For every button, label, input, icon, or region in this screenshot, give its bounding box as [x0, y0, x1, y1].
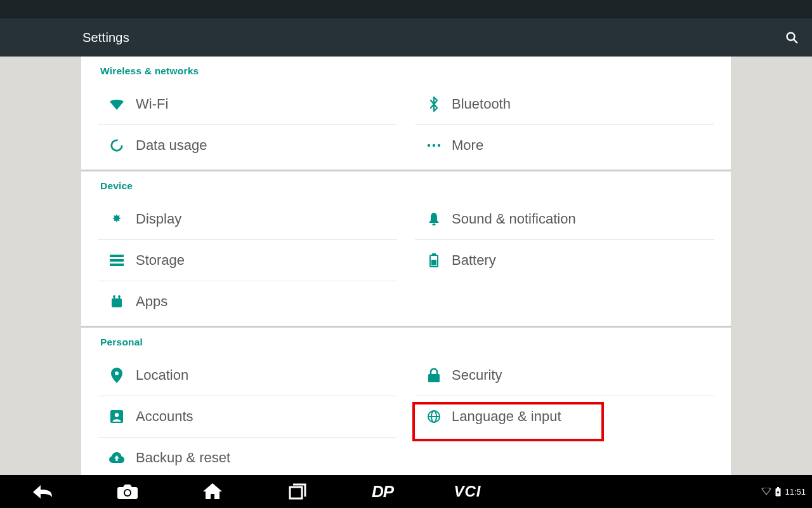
vci-logo: VCI [454, 483, 481, 500]
svg-line-1 [794, 39, 797, 43]
section-header: Wireless & networks [81, 57, 731, 83]
system-status-bar [0, 0, 812, 18]
settings-item-security[interactable]: Security [415, 354, 714, 396]
location-icon [98, 368, 136, 383]
dp-logo: DP [372, 482, 393, 502]
storage-icon [98, 255, 136, 266]
nav-home-button[interactable] [170, 475, 255, 508]
item-label: More [452, 137, 483, 154]
item-label: Backup & reset [136, 450, 230, 466]
svg-rect-27 [290, 487, 302, 498]
settings-item-display[interactable]: Display [98, 198, 397, 239]
battery-charging-icon [775, 487, 781, 497]
item-label: Battery [452, 252, 496, 269]
settings-card: Wireless & networks Wi-Fi Data usage [81, 57, 731, 478]
item-label: Sound & notification [452, 211, 576, 227]
svg-rect-28 [777, 487, 779, 488]
bluetooth-icon [415, 97, 453, 112]
svg-point-4 [433, 144, 435, 147]
system-nav-bar: DP VCI 11:51 [0, 475, 812, 508]
item-label: Apps [136, 293, 167, 310]
section-header: Personal [81, 328, 731, 354]
globe-icon [415, 410, 453, 424]
section-wireless: Wireless & networks Wi-Fi Data usage [81, 57, 731, 170]
account-icon [98, 410, 136, 423]
item-label: Security [452, 367, 502, 384]
settings-item-apps[interactable]: Apps [98, 281, 397, 322]
item-label: Display [136, 211, 181, 227]
item-label: Language & input [452, 408, 561, 425]
section-header: Device [81, 171, 731, 198]
item-label: Data usage [136, 137, 207, 154]
settings-item-data-usage[interactable]: Data usage [98, 124, 397, 166]
section-personal: Personal Location Accounts [81, 326, 731, 478]
svg-point-0 [787, 33, 795, 41]
svg-rect-7 [110, 259, 124, 262]
display-icon [98, 212, 136, 226]
svg-rect-8 [110, 264, 124, 266]
apps-icon [98, 295, 136, 309]
svg-rect-14 [433, 224, 436, 225]
svg-point-18 [115, 371, 119, 375]
svg-point-5 [438, 144, 440, 147]
settings-item-sound[interactable]: Sound & notification [415, 198, 714, 239]
nav-back-button[interactable] [0, 475, 85, 508]
wifi-icon [98, 98, 136, 110]
settings-item-backup[interactable]: Backup & reset [98, 437, 397, 478]
status-area: 11:51 [761, 475, 806, 508]
item-label: Wi-Fi [136, 96, 168, 112]
svg-rect-9 [112, 298, 122, 307]
section-device: Device Display Storage [81, 170, 731, 326]
wifi-status-icon [761, 488, 771, 495]
svg-point-26 [125, 490, 130, 495]
svg-point-20 [115, 413, 119, 417]
app-bar: Settings [0, 18, 812, 57]
svg-point-2 [112, 140, 122, 151]
svg-rect-21 [428, 374, 440, 382]
data-usage-icon [98, 138, 136, 152]
search-icon[interactable] [784, 30, 799, 45]
nav-dp-button[interactable]: DP [340, 475, 425, 508]
clock: 11:51 [785, 487, 806, 497]
settings-item-accounts[interactable]: Accounts [98, 396, 397, 437]
svg-rect-6 [110, 255, 124, 257]
backup-icon [98, 452, 136, 464]
battery-icon [415, 253, 453, 267]
settings-item-more[interactable]: More [415, 124, 714, 166]
settings-item-location[interactable]: Location [98, 354, 397, 396]
svg-point-3 [428, 144, 430, 147]
nav-recent-button[interactable] [255, 475, 340, 508]
settings-item-wifi[interactable]: Wi-Fi [98, 83, 397, 124]
more-icon [415, 144, 453, 147]
settings-item-battery[interactable]: Battery [415, 239, 714, 281]
appbar-title: Settings [82, 30, 129, 45]
nav-vci-button[interactable]: VCI [425, 475, 510, 508]
settings-item-storage[interactable]: Storage [98, 239, 397, 281]
item-label: Bluetooth [452, 96, 511, 112]
item-label: Storage [136, 252, 185, 269]
item-label: Location [136, 367, 188, 384]
svg-rect-17 [431, 260, 436, 265]
item-label: Accounts [136, 408, 193, 425]
bell-icon [415, 212, 453, 226]
nav-camera-button[interactable] [85, 475, 170, 508]
settings-item-bluetooth[interactable]: Bluetooth [415, 83, 714, 124]
lock-icon [415, 368, 453, 382]
settings-item-language[interactable]: Language & input [415, 396, 714, 437]
